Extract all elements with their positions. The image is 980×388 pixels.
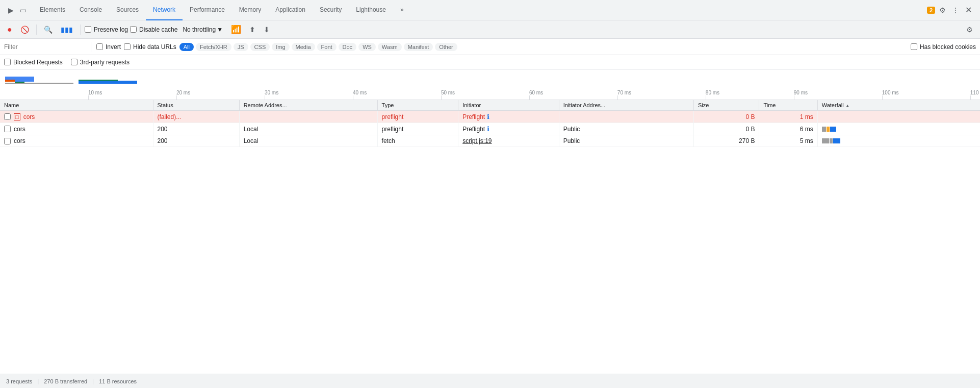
cell-type: fetch xyxy=(377,135,458,147)
chevron-down-icon: ▼ xyxy=(217,26,223,33)
row-name: cors xyxy=(23,113,35,120)
filter-chip-media[interactable]: Media xyxy=(292,43,315,51)
upload-icon[interactable]: ⬆ xyxy=(246,23,259,36)
col-header-remote[interactable]: Remote Addres... xyxy=(239,100,377,111)
ruler-tick: 100 ms xyxy=(882,90,899,100)
record-button[interactable]: ● xyxy=(4,23,15,36)
cell-size: 270 B xyxy=(694,135,759,147)
clear-button[interactable]: 🚫 xyxy=(17,23,32,36)
cell-initiator-addr: Public xyxy=(559,123,693,135)
network-toolbar: ● 🚫 🔍 ▮▮▮ Preserve log Disable cache No … xyxy=(0,20,980,39)
table-row[interactable]: cors200LocalpreflightPreflightℹPublic0 B… xyxy=(0,123,980,135)
cell-type: preflight xyxy=(377,111,458,123)
tab-more[interactable]: » xyxy=(393,0,411,20)
cell-waterfall xyxy=(817,135,980,147)
filter-chip-css[interactable]: CSS xyxy=(250,43,270,51)
blocked-requests-checkbox[interactable]: Blocked Requests xyxy=(4,59,63,66)
col-header-time[interactable]: Time xyxy=(759,100,817,111)
filter-chip-js[interactable]: JS xyxy=(234,43,248,51)
third-party-checkbox[interactable]: 3rd-party requests xyxy=(71,59,130,66)
wf-bar-blue xyxy=(833,138,840,143)
table-row[interactable]: □cors(failed)...preflightPreflightℹ0 B1 … xyxy=(0,111,980,123)
initiator-info-icon[interactable]: ℹ xyxy=(487,125,489,133)
throttle-dropdown[interactable]: No throttling ▼ xyxy=(179,25,226,34)
col-header-initiator[interactable]: Initiator xyxy=(458,100,559,111)
tab-application[interactable]: Application xyxy=(268,0,313,20)
cell-name: cors xyxy=(0,135,153,147)
disable-cache-checkbox[interactable]: Disable cache xyxy=(130,26,177,33)
filter-bar: Invert Hide data URLs AllFetch/XHRJSCSSI… xyxy=(0,39,980,55)
cell-initiator: Preflightℹ xyxy=(458,111,559,123)
cell-size: 0 B xyxy=(694,123,759,135)
filter-chip-all[interactable]: All xyxy=(179,43,194,51)
tab-security[interactable]: Security xyxy=(313,0,349,20)
ruler-tick: 110 xyxy=(970,90,979,100)
network-table: NameStatusRemote Addres...TypeInitiatorI… xyxy=(0,100,980,147)
close-icon[interactable]: ✕ xyxy=(963,3,974,17)
tab-lighthouse[interactable]: Lighthouse xyxy=(349,0,393,20)
cell-time: 5 ms xyxy=(759,135,817,147)
tab-console[interactable]: Console xyxy=(72,0,109,20)
filter-chip-fetch_xhr[interactable]: Fetch/XHR xyxy=(196,43,231,51)
tab-items: ElementsConsoleSourcesNetworkPerformance… xyxy=(33,0,411,20)
cell-remote: Local xyxy=(239,135,377,147)
filter-chip-doc[interactable]: Doc xyxy=(339,43,357,51)
filter-chip-other[interactable]: Other xyxy=(435,43,457,51)
toolbar-sep2 xyxy=(80,25,81,35)
invert-checkbox[interactable]: Invert xyxy=(96,43,121,51)
ruler-tick: 90 ms xyxy=(794,90,808,100)
col-header-type[interactable]: Type xyxy=(377,100,458,111)
cell-time: 1 ms xyxy=(759,111,817,123)
col-header-name[interactable]: Name xyxy=(0,100,153,111)
cell-type: preflight xyxy=(377,123,458,135)
ruler-tick: 20 ms xyxy=(176,90,190,100)
ruler-tick: 30 ms xyxy=(265,90,278,100)
tab-bar: ▶ ▭ ElementsConsoleSourcesNetworkPerform… xyxy=(0,0,980,20)
table-row[interactable]: cors200Localfetchscript.js:19Public270 B… xyxy=(0,135,980,147)
tab-network[interactable]: Network xyxy=(146,0,183,20)
settings-icon[interactable]: ⚙ xyxy=(937,4,948,16)
col-header-size[interactable]: Size xyxy=(694,100,759,111)
has-blocked-cookies-checkbox[interactable]: Has blocked cookies xyxy=(911,43,976,51)
filter-chip-ws[interactable]: WS xyxy=(358,43,376,51)
tab-memory[interactable]: Memory xyxy=(232,0,268,20)
filter-chip-wasm[interactable]: Wasm xyxy=(378,43,402,51)
ruler-tick: 80 ms xyxy=(706,90,719,100)
row-checkbox[interactable] xyxy=(4,113,11,120)
col-header-initiator_addr[interactable]: Initiator Addres... xyxy=(559,100,693,111)
col-header-waterfall[interactable]: Waterfall ▲ xyxy=(817,100,980,111)
hide-data-urls-checkbox[interactable]: Hide data URLs xyxy=(124,43,176,51)
filter-chip-img[interactable]: Img xyxy=(272,43,289,51)
row-checkbox[interactable] xyxy=(4,138,11,144)
preserve-log-checkbox[interactable]: Preserve log xyxy=(85,26,128,33)
wf-bar-grey xyxy=(822,127,826,132)
initiator-info-icon[interactable]: ℹ xyxy=(487,113,489,120)
device-icon[interactable]: ▭ xyxy=(18,4,29,16)
cursor-icon[interactable]: ▶ xyxy=(6,4,16,16)
cell-status: 200 xyxy=(153,123,239,135)
wifi-icon[interactable]: 📶 xyxy=(228,22,244,36)
cell-initiator: script.js:19 xyxy=(458,135,559,147)
ruler-tick: 60 ms xyxy=(529,90,543,100)
filter-chips: AllFetch/XHRJSCSSImgMediaFontDocWSWasmMa… xyxy=(179,43,457,51)
filter-chip-manifest[interactable]: Manifest xyxy=(404,43,433,51)
search-filter-icon[interactable]: 🔍 xyxy=(41,23,56,36)
tab-performance[interactable]: Performance xyxy=(183,0,232,20)
network-table-container[interactable]: NameStatusRemote Addres...TypeInitiatorI… xyxy=(0,100,980,147)
tab-elements[interactable]: Elements xyxy=(33,0,72,20)
error-icon: □ xyxy=(14,113,20,120)
sort-icon: ▲ xyxy=(845,103,850,108)
more-options-icon[interactable]: ⋮ xyxy=(950,4,961,16)
tab-sources[interactable]: Sources xyxy=(109,0,146,20)
filter-input[interactable] xyxy=(4,43,86,51)
wf-bar-grey2 xyxy=(830,138,833,143)
network-settings-icon[interactable]: ⚙ xyxy=(963,23,976,36)
filter-chip-font[interactable]: Font xyxy=(317,43,337,51)
notification-badge: 2 xyxy=(927,7,935,14)
table-body: □cors(failed)...preflightPreflightℹ0 B1 … xyxy=(0,111,980,147)
row-checkbox[interactable] xyxy=(4,126,11,132)
col-header-status[interactable]: Status xyxy=(153,100,239,111)
filter-icon[interactable]: ▮▮▮ xyxy=(58,23,76,36)
download-icon[interactable]: ⬇ xyxy=(261,23,273,36)
cell-initiator-addr xyxy=(559,111,693,123)
